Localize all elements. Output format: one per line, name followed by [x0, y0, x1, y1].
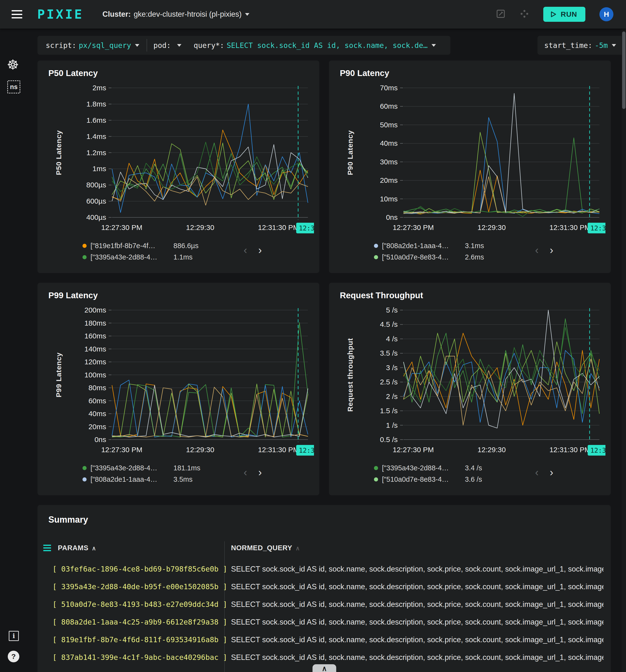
play-icon [550, 11, 557, 18]
script-dropdown-icon[interactable] [135, 44, 139, 47]
legend-series-value: 886.6µs [173, 242, 199, 250]
y-tick-label: 600µs [86, 197, 106, 205]
table-row[interactable]: [ 837ab141-399e-4c1f-9abc-bace40296bac ]… [37, 649, 611, 666]
y-tick-label: 3.5 /s [380, 349, 398, 357]
chart-legend: ["808a2de1-1aaa-4…3.1ms["510a0d7e-8e83-4… [374, 240, 484, 263]
legend-entry[interactable]: ["510a0d7e-8e83-4…3.6 /s [374, 474, 482, 485]
scrollbar-thumb[interactable] [622, 31, 626, 109]
table-body: [ 03fef6ac-1896-4ce8-bd69-b798f85c6e0b ]… [37, 560, 611, 672]
y-axis-title: P90 Latency [346, 130, 354, 175]
legend-series-value: 3.1ms [465, 242, 484, 250]
y-tick-label: 400µs [86, 213, 106, 221]
y-tick-label: 80ms [89, 384, 106, 392]
cell-params: [ 510a0d7e-8e83-4193-b483-e27e09ddc34d ] [52, 600, 227, 608]
x-tick-label: 12:31:30 PM [549, 223, 591, 232]
table-row[interactable]: [ 510a0d7e-8e83-4193-b483-e27e09ddc34d ]… [37, 596, 611, 613]
legend-entry[interactable]: ["808a2de1-1aaa-4…3.5ms [82, 474, 200, 485]
script-value[interactable]: px/sql_query [79, 41, 131, 50]
four-dots-icon[interactable] [520, 9, 529, 20]
info-icon[interactable]: i [9, 631, 19, 641]
namespace-icon[interactable]: ns [7, 80, 20, 93]
avatar[interactable]: H [599, 7, 614, 21]
legend-pager: ‹› [244, 244, 262, 256]
query-dropdown-icon[interactable] [431, 44, 436, 47]
cell-normed-query: SELECT sock.sock_id AS id, sock.name, so… [231, 565, 603, 574]
column-header-params[interactable]: PARAMS∧ [58, 544, 96, 552]
y-tick-label: 0ns [95, 435, 106, 443]
legend-series-name: ["3395a43e-2d88-4… [91, 464, 164, 472]
chart-legend: ["819e1fbf-8b7e-4f…886.6µs["3395a43e-2d8… [82, 240, 199, 263]
cell-normed-query: SELECT sock.sock_id AS id, sock.name, so… [231, 600, 603, 609]
x-tick-label: 12:31:30 PM [549, 446, 591, 454]
y-axis-title: P50 Latency [55, 130, 62, 175]
legend-pager: ‹› [244, 466, 262, 478]
series-color-dot [374, 255, 378, 259]
edit-script-icon[interactable] [496, 9, 505, 20]
y-tick-label: 10ms [380, 195, 398, 203]
legend-series-name: ["510a0d7e-8e83-4… [382, 475, 456, 483]
legend-next-icon[interactable]: › [258, 244, 262, 256]
pod-dropdown-icon[interactable] [177, 44, 181, 47]
x-tick-label: 12:31:30 PM [258, 223, 299, 232]
pod-label: pod: [153, 41, 171, 50]
run-label: RUN [561, 10, 577, 18]
panel-summary: Summary PARAMS∧ NORMED_QUERY∧ [ 03fef6ac… [37, 505, 611, 672]
legend-entry[interactable]: ["510a0d7e-8e83-4…2.6ms [374, 251, 484, 263]
legend-prev-icon[interactable]: ‹ [535, 466, 539, 478]
table-row[interactable]: [ 3395a43e-2d88-40de-b95f-e00e1502085b ]… [37, 578, 611, 596]
cell-params: [ 819e1fbf-8b7e-4f6d-811f-693534916a8b ] [52, 635, 227, 644]
chart-canvas[interactable]: 0.5 /s1 /s1.5 /s2 /s2.5 /s3 /s3.5 /s4 /s… [333, 302, 605, 461]
table-row[interactable]: [ 808a2de1-1aaa-4c25-a9b9-6612e8f29a38 ]… [37, 613, 611, 631]
help-icon[interactable]: ? [8, 651, 19, 662]
run-button[interactable]: RUN [543, 7, 585, 22]
chart-legend: ["3395a43e-2d88-4…3.4 /s["510a0d7e-8e83-… [374, 462, 482, 485]
legend-entry[interactable]: ["819e1fbf-8b7e-4f…886.6µs [82, 240, 199, 251]
chart-canvas[interactable]: 0ns20ms40ms60ms80ms100ms120ms140ms160ms1… [42, 302, 314, 461]
query-value[interactable]: SELECT sock.sock_id AS id, sock.name, so… [227, 41, 428, 50]
time-rule-badge: 12:32:00 [299, 447, 314, 454]
legend-next-icon[interactable]: › [258, 466, 262, 478]
y-tick-label: 4.5 /s [380, 320, 398, 328]
kubernetes-wheel-icon[interactable]: ☸ [7, 58, 19, 72]
chevron-up-icon: ∧ [322, 664, 327, 672]
y-tick-label: 70ms [380, 84, 398, 92]
chart-canvas[interactable]: 0ns10ms20ms30ms40ms50ms60ms70msP90 Laten… [333, 79, 605, 239]
y-tick-label: 100ms [84, 371, 106, 379]
collapse-results-button[interactable]: ∧ [312, 664, 336, 672]
y-tick-label: 1 /s [386, 421, 398, 429]
series-color-dot [374, 466, 378, 470]
y-tick-label: 40ms [89, 410, 106, 417]
table-menu-icon[interactable] [43, 545, 51, 551]
legend-prev-icon[interactable]: ‹ [535, 244, 539, 256]
column-header-normed-query[interactable]: NORMED_QUERY∧ [231, 544, 300, 552]
y-tick-label: 0ns [386, 213, 398, 221]
cell-normed-query: SELECT sock.sock_id AS id, sock.name, so… [231, 582, 603, 591]
legend-next-icon[interactable]: › [550, 244, 553, 256]
chart-title: Request Throughput [340, 290, 423, 300]
legend-series-name: ["3395a43e-2d88-4… [382, 464, 456, 472]
y-tick-label: 120ms [84, 358, 106, 366]
legend-entry[interactable]: ["808a2de1-1aaa-4…3.1ms [374, 240, 484, 251]
table-row[interactable]: [ 03fef6ac-1896-4ce8-bd69-b798f85c6e0b ]… [37, 560, 611, 578]
series-color-dot [82, 466, 86, 470]
legend-entry[interactable]: ["3395a43e-2d88-4…1.1ms [82, 251, 199, 263]
legend-entry[interactable]: ["3395a43e-2d88-4…181.1ms [82, 462, 200, 474]
legend-series-name: ["510a0d7e-8e83-4… [382, 253, 456, 261]
chart-legend: ["3395a43e-2d88-4…181.1ms["808a2de1-1aaa… [82, 462, 200, 485]
y-axis-title: Request throughput [346, 338, 354, 412]
y-tick-label: 2.5 /s [380, 378, 398, 386]
y-tick-label: 180ms [84, 319, 106, 327]
series-color-dot [82, 244, 86, 248]
cluster-selector[interactable]: Cluster: gke:dev-cluster-htroisi (pl-pix… [103, 10, 249, 19]
time-rule-badge: 12:32:00 [590, 224, 605, 232]
legend-prev-icon[interactable]: ‹ [244, 466, 247, 478]
menu-icon[interactable] [11, 10, 22, 18]
start-time-selector[interactable]: start_time: -5m [537, 36, 624, 55]
table-row[interactable]: [ 819e1fbf-8b7e-4f6d-811f-693534916a8b ]… [37, 631, 611, 649]
legend-entry[interactable]: ["3395a43e-2d88-4…3.4 /s [374, 462, 482, 474]
legend-prev-icon[interactable]: ‹ [244, 244, 247, 256]
series-line [403, 93, 599, 213]
legend-next-icon[interactable]: › [550, 466, 553, 478]
script-args-bar: script: px/sql_query pod: query*: SELECT… [37, 36, 450, 55]
chart-canvas[interactable]: 400µs600µs800µs1ms1.2ms1.4ms1.6ms1.8ms2m… [42, 79, 314, 239]
